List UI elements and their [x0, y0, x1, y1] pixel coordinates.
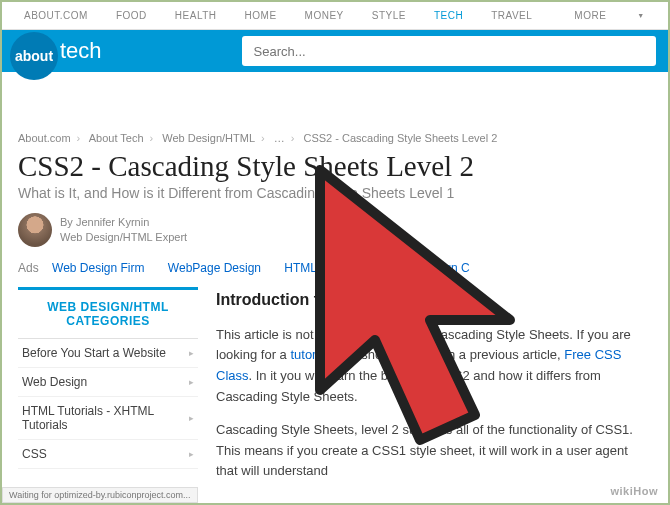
- article-body: Introduction to CSS This article is not …: [216, 287, 652, 494]
- article-paragraph: Cascading Style Sheets, level 2 supports…: [216, 420, 652, 482]
- chevron-down-icon: ▼: [623, 12, 658, 19]
- chevron-right-icon: ▸: [189, 449, 194, 459]
- topnav-more[interactable]: MORE ▼: [546, 10, 668, 21]
- ads-row: Ads Web Design Firm WebPage Design HTML …: [18, 261, 652, 275]
- topnav-item[interactable]: HOME: [231, 10, 291, 21]
- ad-link[interactable]: Web Design Firm: [52, 261, 144, 275]
- search-box: [242, 36, 656, 66]
- page-title: CSS2 - Cascading Style Sheets Level 2: [18, 150, 652, 183]
- status-bar: Waiting for optimized-by.rubiconproject.…: [2, 487, 198, 503]
- author-role: Web Design/HTML Expert: [60, 230, 187, 245]
- sidebar-item[interactable]: CSS▸: [18, 440, 198, 469]
- ads-label: Ads: [18, 261, 39, 275]
- top-nav: ABOUT.COM FOOD HEALTH HOME MONEY STYLE T…: [2, 2, 668, 30]
- watermark: wikiHow: [610, 485, 658, 497]
- ad-link[interactable]: HTML: [284, 261, 317, 275]
- chevron-right-icon: ▸: [189, 413, 194, 423]
- topnav-item[interactable]: ABOUT.COM: [10, 10, 102, 21]
- logo-text: tech: [60, 38, 102, 64]
- breadcrumb-item[interactable]: Web Design/HTML: [162, 132, 255, 144]
- sidebar-item[interactable]: Web Design▸: [18, 368, 198, 397]
- topnav-item[interactable]: TRAVEL: [477, 10, 546, 21]
- chevron-right-icon: ▸: [189, 377, 194, 387]
- ad-link[interactable]: WebPage Design: [168, 261, 261, 275]
- author-name[interactable]: By Jennifer Kyrnin: [60, 215, 187, 230]
- topnav-item[interactable]: STYLE: [358, 10, 420, 21]
- article-link[interactable]: tutorial: [290, 347, 329, 362]
- logo-badge: about: [10, 32, 58, 80]
- article-heading: Introduction to CSS: [216, 287, 652, 313]
- page-subtitle: What is It, and How is it Different from…: [18, 185, 652, 201]
- author-block: By Jennifer Kyrnin Web Design/HTML Exper…: [18, 213, 652, 247]
- ad-link[interactable]: My Design: [340, 261, 397, 275]
- breadcrumb-item: …: [274, 132, 285, 144]
- ad-link[interactable]: Design C: [420, 261, 469, 275]
- breadcrumb-item[interactable]: About.com: [18, 132, 71, 144]
- chevron-right-icon: ▸: [189, 348, 194, 358]
- breadcrumb-current: CSS2 - Cascading Style Sheets Level 2: [303, 132, 497, 144]
- logo[interactable]: about tech: [10, 22, 102, 80]
- sidebar-item[interactable]: Before You Start a Website▸: [18, 339, 198, 368]
- site-header: about tech: [2, 30, 668, 72]
- topnav-item[interactable]: HEALTH: [161, 10, 231, 21]
- article-paragraph: This article is not meant to teach you C…: [216, 325, 652, 408]
- topnav-item[interactable]: MONEY: [291, 10, 358, 21]
- topnav-item[interactable]: FOOD: [102, 10, 161, 21]
- breadcrumb-item[interactable]: About Tech: [89, 132, 144, 144]
- avatar: [18, 213, 52, 247]
- sidebar-item[interactable]: HTML Tutorials - XHTML Tutorials▸: [18, 397, 198, 440]
- breadcrumb: About.com› About Tech› Web Design/HTML› …: [18, 132, 652, 144]
- topnav-item-active[interactable]: TECH: [420, 10, 477, 21]
- sidebar: WEB DESIGN/HTML CATEGORIES Before You St…: [18, 287, 198, 494]
- sidebar-header: WEB DESIGN/HTML CATEGORIES: [18, 287, 198, 339]
- search-input[interactable]: [242, 36, 656, 66]
